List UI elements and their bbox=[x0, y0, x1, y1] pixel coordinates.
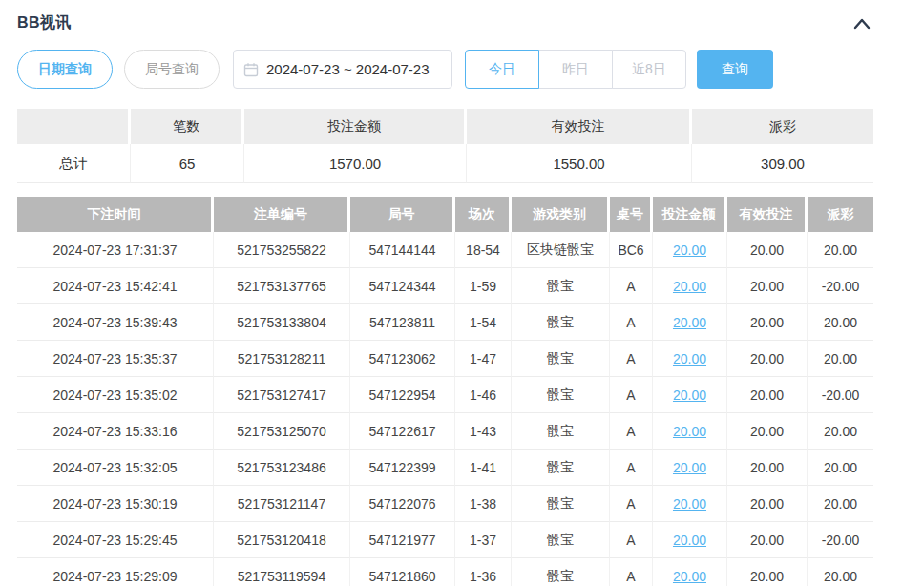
cell-table-id: A bbox=[610, 304, 653, 341]
cell-round-id: 547124344 bbox=[350, 268, 455, 304]
panel-header: BB视讯 bbox=[17, 0, 873, 34]
cell-table-id: A bbox=[610, 268, 653, 304]
cell-session: 1-46 bbox=[455, 377, 512, 413]
cell-bet-time: 2024-07-23 15:39:43 bbox=[17, 304, 214, 341]
cell-session: 1-47 bbox=[455, 341, 512, 377]
cell-bet-id: 521753127417 bbox=[214, 377, 350, 413]
bet-amount-link[interactable]: 20.00 bbox=[673, 424, 706, 439]
cell-round-id: 547121977 bbox=[350, 522, 455, 558]
records-header-bet-time: 下注时间 bbox=[17, 197, 214, 232]
cell-valid-bet: 20.00 bbox=[727, 522, 808, 558]
cell-game-type: 骰宝 bbox=[512, 413, 610, 450]
cell-table-id: A bbox=[610, 450, 653, 486]
calendar-icon bbox=[243, 62, 259, 77]
cell-game-type: 骰宝 bbox=[512, 304, 610, 341]
cell-bet-amount: 20.00 bbox=[653, 486, 727, 522]
bet-amount-link[interactable]: 20.00 bbox=[673, 242, 706, 258]
cell-payout: -20.00 bbox=[808, 522, 873, 558]
cell-bet-id: 521753137765 bbox=[214, 268, 350, 304]
bet-amount-link[interactable]: 20.00 bbox=[673, 533, 706, 548]
cell-payout: 20.00 bbox=[808, 341, 873, 377]
cell-bet-time: 2024-07-23 15:33:16 bbox=[17, 413, 214, 450]
cell-session: 1-54 bbox=[455, 304, 512, 341]
summary-total-payout: 309.00 bbox=[692, 144, 873, 183]
cell-bet-amount: 20.00 bbox=[653, 450, 727, 486]
search-button[interactable]: 查询 bbox=[697, 50, 773, 89]
table-row: 2024-07-23 15:42:41521753137765547124344… bbox=[17, 268, 873, 304]
cell-payout: -20.00 bbox=[808, 268, 873, 304]
cell-payout: 20.00 bbox=[808, 450, 873, 486]
cell-table-id: A bbox=[610, 341, 653, 377]
cell-round-id: 547123062 bbox=[350, 341, 455, 377]
quick-range-today[interactable]: 今日 bbox=[465, 50, 539, 89]
cell-game-type: 骰宝 bbox=[512, 558, 610, 586]
records-header-bet-amount: 投注金额 bbox=[653, 197, 727, 232]
summary-total-row: 总计 65 1570.00 1550.00 309.00 bbox=[17, 144, 873, 183]
records-header-game-type: 游戏类别 bbox=[512, 197, 610, 232]
cell-valid-bet: 20.00 bbox=[727, 377, 808, 413]
cell-bet-amount: 20.00 bbox=[653, 522, 727, 558]
cell-round-id: 547123811 bbox=[350, 304, 455, 341]
records-header-row: 下注时间注单编号局号场次游戏类别桌号投注金额有效投注派彩 bbox=[17, 197, 873, 232]
cell-bet-id: 521753128211 bbox=[214, 341, 350, 377]
summary-header-row: 笔数 投注金额 有效投注 派彩 bbox=[17, 109, 873, 144]
bet-amount-link[interactable]: 20.00 bbox=[673, 460, 706, 475]
date-range-input[interactable]: 2024-07-23 ~ 2024-07-23 bbox=[233, 50, 452, 89]
bet-amount-link[interactable]: 20.00 bbox=[673, 387, 706, 403]
cell-round-id: 547121860 bbox=[350, 558, 455, 586]
cell-payout: 20.00 bbox=[808, 486, 873, 522]
summary-total-valid-bet: 1550.00 bbox=[467, 144, 692, 183]
round-query-tab[interactable]: 局号查询 bbox=[124, 50, 220, 89]
bet-amount-link[interactable]: 20.00 bbox=[673, 569, 706, 584]
table-row: 2024-07-23 15:33:16521753125070547122617… bbox=[17, 413, 873, 450]
summary-header-empty bbox=[17, 109, 131, 144]
cell-valid-bet: 20.00 bbox=[727, 413, 808, 450]
cell-table-id: BC6 bbox=[610, 232, 653, 268]
cell-session: 1-59 bbox=[455, 268, 512, 304]
cell-session: 1-37 bbox=[455, 522, 512, 558]
cell-bet-time: 2024-07-23 15:35:37 bbox=[17, 341, 214, 377]
table-row: 2024-07-23 15:32:05521753123486547122399… bbox=[17, 450, 873, 486]
summary-header-valid-bet: 有效投注 bbox=[467, 109, 692, 144]
cell-valid-bet: 20.00 bbox=[727, 341, 808, 377]
bet-amount-link[interactable]: 20.00 bbox=[673, 315, 706, 330]
collapse-button[interactable] bbox=[850, 14, 873, 33]
cell-bet-id: 521753255822 bbox=[214, 232, 350, 268]
page-title: BB视讯 bbox=[17, 13, 72, 33]
cell-bet-amount: 20.00 bbox=[653, 558, 727, 586]
bet-amount-link[interactable]: 20.00 bbox=[673, 279, 706, 294]
bet-amount-link[interactable]: 20.00 bbox=[673, 351, 706, 366]
summary-header-count: 笔数 bbox=[131, 109, 244, 144]
cell-bet-amount: 20.00 bbox=[653, 232, 727, 268]
cell-bet-time: 2024-07-23 15:30:19 bbox=[17, 486, 214, 522]
cell-bet-id: 521753120418 bbox=[214, 522, 350, 558]
date-range-value: 2024-07-23 ~ 2024-07-23 bbox=[266, 61, 430, 77]
cell-table-id: A bbox=[610, 377, 653, 413]
records-header-session: 场次 bbox=[455, 197, 512, 232]
bet-amount-link[interactable]: 20.00 bbox=[673, 496, 706, 512]
quick-range-last8days[interactable]: 近8日 bbox=[612, 50, 686, 89]
cell-game-type: 骰宝 bbox=[512, 522, 610, 558]
cell-bet-time: 2024-07-23 15:29:09 bbox=[17, 558, 214, 586]
records-header-round-id: 局号 bbox=[350, 197, 455, 232]
quick-range-yesterday[interactable]: 昨日 bbox=[538, 50, 613, 89]
cell-bet-id: 521753123486 bbox=[214, 450, 350, 486]
cell-round-id: 547144144 bbox=[350, 232, 455, 268]
cell-bet-time: 2024-07-23 15:32:05 bbox=[17, 450, 214, 486]
cell-table-id: A bbox=[610, 558, 653, 586]
table-row: 2024-07-23 15:29:09521753119594547121860… bbox=[17, 558, 873, 586]
cell-valid-bet: 20.00 bbox=[727, 232, 808, 268]
betting-records-panel: BB视讯 日期查询 局号查询 2024-0 bbox=[0, 0, 924, 586]
cell-bet-amount: 20.00 bbox=[653, 377, 727, 413]
cell-table-id: A bbox=[610, 486, 653, 522]
cell-table-id: A bbox=[610, 413, 653, 450]
date-query-tab[interactable]: 日期查询 bbox=[17, 50, 113, 89]
cell-bet-id: 521753119594 bbox=[214, 558, 350, 586]
cell-game-type: 骰宝 bbox=[512, 377, 610, 413]
cell-session: 1-36 bbox=[455, 558, 512, 586]
cell-session: 1-38 bbox=[455, 486, 512, 522]
cell-game-type: 骰宝 bbox=[512, 486, 610, 522]
table-row: 2024-07-23 17:31:37521753255822547144144… bbox=[17, 232, 873, 268]
cell-session: 1-41 bbox=[455, 450, 512, 486]
cell-round-id: 547122076 bbox=[350, 486, 455, 522]
